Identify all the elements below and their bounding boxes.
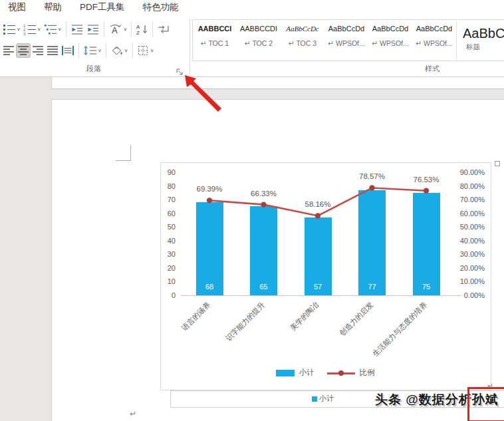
asian-layout-button[interactable]: A ∨ bbox=[107, 22, 129, 37]
line-data-label: 58.16% bbox=[297, 200, 339, 208]
align-left-button[interactable] bbox=[1, 43, 16, 58]
tab-pdf-tools[interactable]: PDF工具集 bbox=[80, 1, 125, 13]
chevron-down-icon: ∨ bbox=[124, 48, 128, 53]
svg-text:A: A bbox=[136, 24, 140, 30]
borders-button[interactable]: ∨ bbox=[136, 43, 156, 58]
bullet-list-button[interactable]: ∨ bbox=[1, 22, 22, 37]
borders-icon bbox=[137, 45, 150, 57]
line-data-label: 66.33% bbox=[243, 190, 285, 198]
separator bbox=[132, 43, 133, 58]
chevron-down-icon: ∨ bbox=[98, 48, 102, 53]
styles-group-label: 样式 bbox=[372, 64, 492, 74]
separator bbox=[131, 22, 132, 37]
style-card-5[interactable]: AaBbCcDd↵ WPSOf... bbox=[368, 20, 412, 61]
style-name: ↵ TOC 1 bbox=[193, 39, 237, 47]
chevron-down-icon: ∨ bbox=[17, 27, 21, 31]
mini-legend: 小计 bbox=[312, 394, 334, 404]
style-preview: AABBCCI bbox=[193, 25, 237, 36]
paragraph-group-label: 段落 bbox=[0, 64, 188, 74]
style-preview: AaBbCcDc bbox=[281, 25, 324, 36]
sort-az-icon: A Z bbox=[136, 23, 148, 35]
document-page[interactable]: 908070605040302010090.00%80.00%70.00%60.… bbox=[51, 99, 504, 421]
justify-button[interactable] bbox=[45, 43, 60, 58]
svg-text:Z: Z bbox=[136, 30, 140, 35]
numbered-list-icon: 123 bbox=[23, 23, 37, 35]
paragraph-marks-icon bbox=[157, 23, 170, 35]
paragraph-row-2: ∨ ∨ ∨ bbox=[1, 41, 189, 59]
style-name: ↵ WPSOf... bbox=[368, 39, 412, 47]
legend-bar-swatch bbox=[276, 370, 295, 376]
style-card-2[interactable]: AABBCCDI↵ TOC 2 bbox=[237, 20, 281, 61]
separator bbox=[78, 43, 79, 58]
numbered-list-button[interactable]: 123 ∨ bbox=[22, 22, 43, 37]
justify-icon bbox=[47, 45, 59, 57]
style-name: 标题 bbox=[463, 43, 504, 52]
separator bbox=[66, 22, 66, 37]
align-left-icon bbox=[3, 45, 15, 57]
decrease-indent-button[interactable] bbox=[69, 22, 85, 37]
paragraph-group: ∨ 123 ∨ ∨ bbox=[1, 20, 189, 63]
legend-swatch bbox=[312, 396, 317, 402]
mini-legend-label: 小计 bbox=[319, 394, 334, 404]
menu-tab-bar: 视图 帮助 PDF工具集 特色功能 bbox=[0, 0, 504, 13]
word-app-window: 视图 帮助 PDF工具集 特色功能 ∨ 123 ∨ bbox=[0, 0, 504, 421]
tab-special-features[interactable]: 特色功能 bbox=[143, 1, 179, 13]
align-right-icon bbox=[32, 45, 44, 57]
chevron-down-icon: ∨ bbox=[150, 48, 154, 53]
ribbon: 视图 帮助 PDF工具集 特色功能 ∨ 123 ∨ bbox=[0, 0, 504, 77]
text-boundary-mark bbox=[116, 160, 131, 161]
shading-bucket-icon bbox=[110, 45, 124, 57]
decrease-indent-icon bbox=[70, 23, 84, 35]
style-name: ↵ TOC 2 bbox=[237, 39, 281, 47]
separator bbox=[106, 43, 106, 58]
text-boundary-mark bbox=[130, 145, 131, 161]
svg-text:3: 3 bbox=[23, 32, 26, 35]
shading-button[interactable]: ∨ bbox=[109, 43, 130, 58]
cell-end-mark bbox=[495, 161, 500, 166]
legend-line-swatch bbox=[327, 370, 355, 376]
style-card-1[interactable]: AABBCCI↵ TOC 1 bbox=[193, 20, 237, 61]
legend-label-line: 比例 bbox=[360, 368, 375, 378]
line-spacing-icon bbox=[83, 45, 97, 57]
line-spacing-button[interactable]: ∨ bbox=[82, 43, 103, 58]
style-preview: AaBbCcDd bbox=[324, 25, 368, 36]
style-preview: AaBbCcDd bbox=[412, 25, 456, 36]
style-card-7[interactable]: AaBbCcDd标题 bbox=[457, 20, 504, 61]
increase-indent-button[interactable] bbox=[85, 22, 101, 37]
document-canvas: 908070605040302010090.00%80.00%70.00%60.… bbox=[0, 76, 504, 421]
chevron-down-icon: ∨ bbox=[58, 27, 62, 31]
line-data-label: 69.39% bbox=[188, 185, 231, 193]
group-separator bbox=[189, 19, 190, 75]
style-card-6[interactable]: AaBbCcDd↵ WPSOf... bbox=[412, 20, 456, 61]
style-card-4[interactable]: AaBbCcDd↵ WPSOf... bbox=[324, 20, 368, 61]
style-card-3[interactable]: AaBbCcDc↵ TOC 3 bbox=[281, 20, 324, 61]
multilevel-list-button[interactable]: ∨ bbox=[43, 22, 63, 37]
align-center-button[interactable] bbox=[16, 43, 31, 58]
sort-button[interactable]: A Z bbox=[134, 22, 150, 37]
separator bbox=[152, 22, 153, 37]
line-data-label: 78.57% bbox=[351, 172, 394, 180]
style-name: ↵ WPSOf... bbox=[324, 39, 368, 47]
style-preview: AaBbCcDd bbox=[463, 26, 504, 42]
style-preview: AaBbCcDd bbox=[368, 25, 412, 36]
tab-view[interactable]: 视图 bbox=[8, 1, 26, 13]
chart-frame[interactable]: 908070605040302010090.00%80.00%70.00%60.… bbox=[160, 162, 491, 390]
red-annotation-arrow bbox=[181, 72, 226, 116]
line-data-label: 76.53% bbox=[405, 176, 447, 184]
paragraph-mark: ↵ bbox=[130, 410, 136, 418]
chevron-down-icon: ∨ bbox=[37, 27, 41, 31]
legend-dot bbox=[338, 370, 344, 376]
previous-page-bottom bbox=[51, 76, 504, 89]
distribute-button[interactable] bbox=[60, 43, 76, 58]
show-marks-button[interactable] bbox=[156, 22, 172, 37]
tab-help[interactable]: 帮助 bbox=[44, 1, 62, 13]
legend-label-bar: 小计 bbox=[299, 368, 315, 378]
increase-indent-icon bbox=[86, 23, 100, 35]
svg-text:A: A bbox=[112, 25, 118, 35]
separator bbox=[104, 22, 104, 37]
styles-gallery: AABBCCI↵ TOC 1AABBCCDI↵ TOC 2AaBbCcDc↵ T… bbox=[192, 19, 504, 61]
multilevel-list-icon bbox=[44, 23, 57, 35]
style-name: ↵ TOC 3 bbox=[281, 39, 324, 47]
style-name: ↵ WPSOf... bbox=[412, 39, 456, 47]
align-right-button[interactable] bbox=[31, 43, 45, 58]
